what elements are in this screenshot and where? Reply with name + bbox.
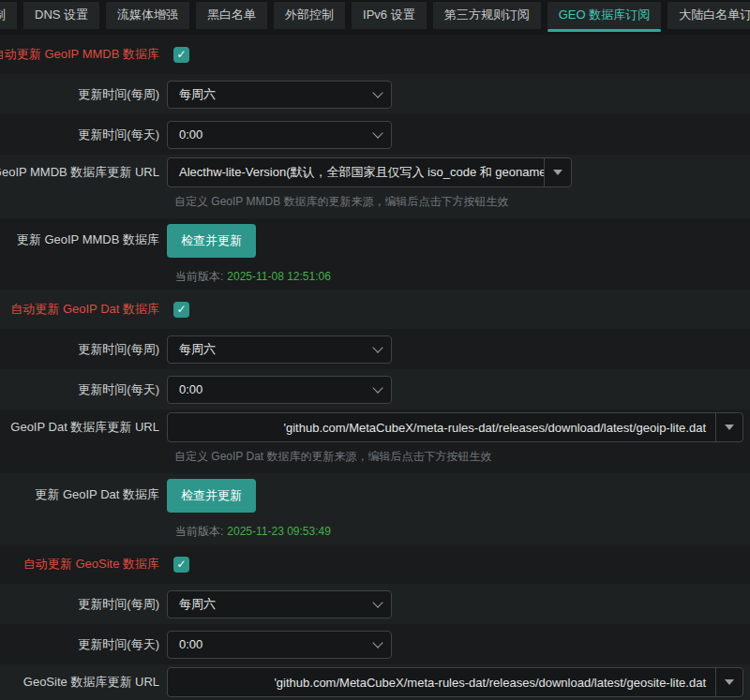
tab-bar: 制 DNS 设置 流媒体增强 黑白名单 外部控制 IPv6 设置 第三方规则订阅… xyxy=(0,0,750,28)
row-geosite-url: GeoSite 数据库更新 URL 'github.com/MetaCubeX/… xyxy=(0,664,750,700)
row-auto-update-mmdb: 自动更新 GeoIP MMDB 数据库 ✓ xyxy=(0,35,750,74)
dat-version: 当前版本:2025-11-23 09:53:49 xyxy=(175,524,750,540)
dat-url-label: GeoIP Dat 数据库更新 URL xyxy=(0,410,159,473)
mmdb-url-combobox[interactable]: Alecthw-lite-Version(默认，全部国家且仅写入 iso_cod… xyxy=(167,157,572,187)
geosite-weekly-select[interactable]: 每周六 xyxy=(167,590,392,618)
chevron-down-icon xyxy=(372,87,382,97)
row-auto-update-dat: 自动更新 GeoIP Dat 数据库 ✓ xyxy=(0,290,750,329)
version-prefix: 当前版本: xyxy=(175,270,223,283)
auto-update-geosite-checkbox[interactable]: ✓ xyxy=(173,557,189,573)
chevron-down-icon xyxy=(372,127,382,138)
tab-geo-database-subscription[interactable]: GEO 数据库订阅 xyxy=(548,2,662,29)
dat-url-help: 自定义 GeoIP Dat 数据库的更新来源，编辑后点击下方按钮生效 xyxy=(174,449,750,465)
tab-dns-settings[interactable]: DNS 设置 xyxy=(23,2,99,29)
mmdb-update-label: 更新 GeoIP MMDB 数据库 xyxy=(0,218,159,290)
select-value: 0:00 xyxy=(179,127,202,141)
check-icon: ✓ xyxy=(176,48,186,61)
chevron-down-icon xyxy=(372,597,382,607)
dat-update-label: 更新 GeoIP Dat 数据库 xyxy=(0,473,159,544)
auto-update-mmdb-label: 自动更新 GeoIP MMDB 数据库 xyxy=(0,46,159,63)
select-value: 每周六 xyxy=(179,596,216,613)
tab-third-party-rules[interactable]: 第三方规则订阅 xyxy=(433,2,541,29)
auto-update-dat-checkbox[interactable]: ✓ xyxy=(173,302,189,318)
dat-daily-select[interactable]: 0:00 xyxy=(167,376,392,404)
daily-time-label: 更新时间(每天) xyxy=(0,636,159,653)
version-value: 2025-11-23 09:53:49 xyxy=(227,525,331,538)
row-geosite-daily: 更新时间(每天) 0:00 xyxy=(0,624,750,664)
mmdb-url-value[interactable]: Alecthw-lite-Version(默认，全部国家且仅写入 iso_cod… xyxy=(168,158,544,186)
tab-ipv6-settings[interactable]: IPv6 设置 xyxy=(352,2,427,29)
tab-label: 制 xyxy=(0,7,6,23)
tab-label: GEO 数据库订阅 xyxy=(559,7,651,22)
tab-black-white-list[interactable]: 黑白名单 xyxy=(196,2,267,29)
row-dat-weekly: 更新时间(每周) 每周六 xyxy=(0,329,750,369)
weekly-time-label: 更新时间(每周) xyxy=(0,596,159,613)
row-dat-update: 更新 GeoIP Dat 数据库 检查并更新 当前版本:2025-11-23 0… xyxy=(0,473,750,544)
tab-mainland-whitelist[interactable]: 大陆白名单订阅 xyxy=(668,2,750,29)
mmdb-weekly-select[interactable]: 每周六 xyxy=(167,81,392,109)
geosite-url-input[interactable]: 'github.com/MetaCubeX/meta-rules-dat/rel… xyxy=(168,668,715,696)
tab-truncated[interactable]: 制 xyxy=(0,2,17,29)
geosite-url-combobox[interactable]: 'github.com/MetaCubeX/meta-rules-dat/rel… xyxy=(167,667,743,697)
chevron-down-icon xyxy=(372,382,382,393)
version-value: 2025-11-08 12:51:06 xyxy=(227,270,331,283)
dat-url-input[interactable]: 'github.com/MetaCubeX/meta-rules-dat/rel… xyxy=(168,413,715,441)
select-value: 0:00 xyxy=(179,637,202,651)
row-dat-daily: 更新时间(每天) 0:00 xyxy=(0,369,750,410)
geo-database-form: 自动更新 GeoIP MMDB 数据库 ✓ 更新时间(每周) 每周六 更新时间(… xyxy=(0,35,750,700)
mmdb-url-dropdown-button[interactable] xyxy=(544,158,571,186)
mmdb-check-update-button[interactable]: 检查并更新 xyxy=(167,224,256,258)
daily-time-label: 更新时间(每天) xyxy=(0,381,159,398)
row-mmdb-update: 更新 GeoIP MMDB 数据库 检查并更新 当前版本:2025-11-08 … xyxy=(0,218,750,290)
select-value: 0:00 xyxy=(179,382,202,396)
auto-update-mmdb-checkbox[interactable]: ✓ xyxy=(173,47,189,63)
geosite-url-label: GeoSite 数据库更新 URL xyxy=(0,664,159,700)
chevron-down-icon xyxy=(372,342,382,352)
mmdb-daily-select[interactable]: 0:00 xyxy=(167,121,392,149)
mmdb-url-help: 自定义 GeoIP MMDB 数据库的更新来源，编辑后点击下方按钮生效 xyxy=(174,194,750,210)
tab-streaming-enhance[interactable]: 流媒体增强 xyxy=(106,2,189,29)
active-tab-underline xyxy=(548,29,662,32)
row-auto-update-geosite: 自动更新 GeoSite 数据库 ✓ xyxy=(0,544,750,584)
mmdb-version: 当前版本:2025-11-08 12:51:06 xyxy=(175,269,750,285)
mmdb-url-label: GeoIP MMDB 数据库更新 URL xyxy=(0,155,159,218)
auto-update-geosite-label: 自动更新 GeoSite 数据库 xyxy=(0,556,159,573)
dropdown-arrow-icon xyxy=(725,424,734,430)
dat-url-dropdown-button[interactable] xyxy=(715,413,742,441)
weekly-time-label: 更新时间(每周) xyxy=(0,86,159,103)
row-mmdb-daily: 更新时间(每天) 0:00 xyxy=(0,114,750,155)
dat-url-combobox[interactable]: 'github.com/MetaCubeX/meta-rules-dat/rel… xyxy=(167,412,743,442)
geosite-daily-select[interactable]: 0:00 xyxy=(167,631,392,659)
dropdown-arrow-icon xyxy=(553,170,562,175)
version-prefix: 当前版本: xyxy=(175,525,223,538)
chevron-down-icon xyxy=(372,637,382,648)
dat-check-update-button[interactable]: 检查并更新 xyxy=(167,479,256,513)
weekly-time-label: 更新时间(每周) xyxy=(0,341,159,358)
select-value: 每周六 xyxy=(179,341,216,358)
row-geosite-weekly: 更新时间(每周) 每周六 xyxy=(0,584,750,624)
check-icon: ✓ xyxy=(176,558,186,571)
geosite-url-dropdown-button[interactable] xyxy=(715,668,742,696)
daily-time-label: 更新时间(每天) xyxy=(0,127,159,143)
auto-update-dat-label: 自动更新 GeoIP Dat 数据库 xyxy=(0,301,159,318)
check-icon: ✓ xyxy=(176,303,186,316)
tab-external-control[interactable]: 外部控制 xyxy=(274,2,345,29)
row-mmdb-weekly: 更新时间(每周) 每周六 xyxy=(0,74,750,114)
dat-weekly-select[interactable]: 每周六 xyxy=(167,335,392,364)
row-dat-url: GeoIP Dat 数据库更新 URL 'github.com/MetaCube… xyxy=(0,410,750,473)
row-mmdb-url: GeoIP MMDB 数据库更新 URL Alecthw-lite-Versio… xyxy=(0,155,750,218)
dropdown-arrow-icon xyxy=(725,679,734,685)
select-value: 每周六 xyxy=(179,86,216,103)
